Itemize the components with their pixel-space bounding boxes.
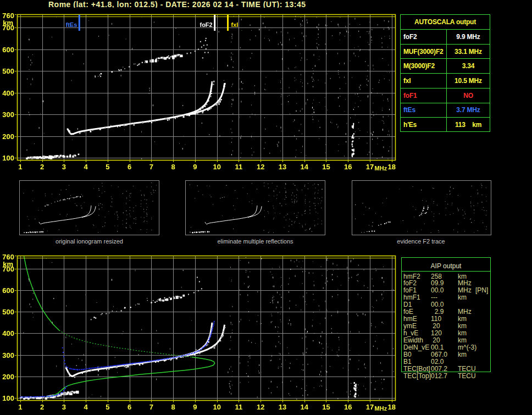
table-row: h'Es113 km xyxy=(401,118,490,132)
param-note: [PN] xyxy=(475,287,488,294)
param-label: M(3000)F2 xyxy=(401,59,447,73)
table-row: M(3000)F23.34 xyxy=(401,59,490,74)
param-value: 10.5 MHz xyxy=(447,74,490,88)
marker-label-ftEs: ftEs xyxy=(66,21,77,28)
top-ionogram-plot xyxy=(0,8,398,174)
param-value: 067.0 xyxy=(431,351,447,358)
marker-label-foF2: foF2 xyxy=(199,21,212,28)
param-value: 02.0 xyxy=(431,358,444,366)
param-value: 00.1 xyxy=(431,344,444,351)
table-row: B0067.0km xyxy=(401,351,500,358)
table-row: MUF(3000)F233.1 MHz xyxy=(401,45,490,59)
param-unit: km xyxy=(458,294,467,301)
table-row: fxI10.5 MHz xyxy=(401,74,490,88)
table-row: ftEs3.7 MHz xyxy=(401,103,490,118)
table-row: Ewidth 20km xyxy=(401,337,500,344)
param-label: fxI xyxy=(401,74,447,88)
param-label: DelN_vE xyxy=(403,344,429,351)
param-label: TEC[Top] xyxy=(403,373,431,380)
param-value: 120 xyxy=(431,330,442,337)
param-label: TEC[Bot] xyxy=(403,366,430,373)
table-row: TEC[Top]012.7TECU xyxy=(401,373,500,380)
table-row: DelN_vE00.1m^(-3) xyxy=(401,344,500,351)
aip-table-header: AIP output xyxy=(401,262,491,270)
param-label: foF1 xyxy=(401,88,447,103)
param-label: h'Es xyxy=(401,118,447,132)
param-unit: TECU xyxy=(458,373,476,380)
autoscala-table: AUTOSCALA output foF29.9 MHzMUF(3000)F23… xyxy=(400,14,490,132)
aip-header-separator xyxy=(401,271,491,272)
param-value: 9.9 MHz xyxy=(447,30,490,44)
table-row: h_vE120km xyxy=(401,330,500,337)
param-value: 3.7 MHz xyxy=(447,103,490,118)
autoscala-table-header: AUTOSCALA output xyxy=(401,15,490,30)
param-label: foF2 xyxy=(401,30,447,44)
param-value: 113 km xyxy=(447,118,490,132)
param-label: ftEs xyxy=(401,103,447,118)
autoscala-table-body: foF29.9 MHzMUF(3000)F233.1 MHzM(3000)F23… xyxy=(401,30,490,132)
panel-original-ionogram xyxy=(19,180,159,235)
panel-caption-original: original ionogram resized xyxy=(19,238,159,245)
param-value: 012.7 xyxy=(431,373,447,380)
marker-label-fxI: fxI xyxy=(231,21,239,28)
panel-evidence-f2-trace xyxy=(352,180,491,235)
param-unit: km xyxy=(458,351,467,358)
table-row: B102.0 xyxy=(401,358,500,366)
param-unit: km xyxy=(458,337,467,344)
table-row: hmF1---km xyxy=(401,294,500,301)
param-value: NO xyxy=(447,88,490,103)
param-value: 007.2 xyxy=(431,366,447,373)
table-row: foF29.9 MHz xyxy=(401,30,490,45)
param-label: h_vE xyxy=(403,330,418,337)
param-label: B0 xyxy=(403,351,412,358)
param-unit: TECU xyxy=(458,366,476,373)
autoscala-output-window: Rome (lat: +41.8, lon: 012.5) - DATE: 20… xyxy=(0,0,532,415)
param-value: 3.34 xyxy=(447,59,490,73)
table-row: foF1NO xyxy=(401,88,490,103)
param-unit: m^(-3) xyxy=(458,344,476,351)
panel-caption-eliminate: eliminate multiple reflections xyxy=(185,238,325,245)
param-label: B1 xyxy=(403,358,412,366)
bottom-ionogram-plot xyxy=(0,248,398,415)
table-row: TEC[Bot]007.2TECU xyxy=(401,366,500,373)
param-unit: km xyxy=(458,330,467,337)
param-label: Ewidth xyxy=(403,337,423,344)
table-row: D100.0 xyxy=(401,301,500,308)
panel-caption-evidence: evidence F2 trace xyxy=(352,238,490,245)
param-value: 33.1 MHz xyxy=(447,45,490,59)
panel-eliminate-reflections xyxy=(185,180,325,235)
param-value: 20 xyxy=(431,337,440,344)
param-label: MUF(3000)F2 xyxy=(401,45,447,59)
